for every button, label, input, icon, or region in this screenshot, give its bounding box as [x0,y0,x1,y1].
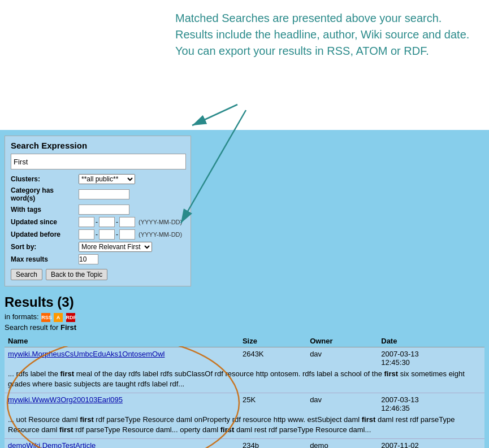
annotation-text: Matched Searches are presented above you… [175,10,475,59]
snippet-text-1: ... rdfs label the first meal of the day… [8,369,465,388]
snippet-row-1: ... rdfs label the first meal of the day… [5,369,484,393]
rss-icon: RSS [41,313,50,322]
search-button[interactable]: Search [11,269,42,280]
result-link-cell-3: demoWiki.DemoTestArticle [5,439,239,448]
result-date-2: 2007-03-1312:46:35 [378,393,484,415]
results-table: Name Size Owner Date mywiki.MorpheusCsUm… [5,335,484,448]
col-owner: Owner [306,335,378,347]
col-name: Name [5,335,126,347]
annotation-area: Matched Searches are presented above you… [0,0,489,130]
clusters-select[interactable]: **all public** [79,174,135,184]
results-section: Results (3) in formats: RSS A RDF Search… [5,294,484,448]
search-term: First [60,323,76,332]
result-date-3: 2007-11-0211:27:08 [378,439,484,448]
formats-line: in formats: RSS A RDF [5,312,484,322]
result-size-1: 2643K [239,347,306,369]
table-row: mywiki.WwwW3Org200103Earl095 25K dav 200… [5,393,484,415]
snippet-cell-1: ... rdfs label the first meal of the day… [5,369,484,393]
max-results-label: Max results [11,255,79,263]
col-date: Date [378,335,484,347]
with-tags-label: With tags [11,206,79,214]
max-results-row: Max results [11,254,185,264]
result-date-1: 2007-03-1312:45:30 [378,347,484,369]
category-input[interactable] [79,189,129,199]
category-label: Category has word(s) [11,186,79,202]
updated-since-label: Updated since [11,218,79,226]
annotation-content: Matched Searches are presented above you… [175,12,469,57]
atom-icon: A [54,313,63,322]
sort-select[interactable]: More Relevant First [79,242,152,252]
updated-before-m[interactable] [99,229,115,240]
updated-before-date: - - (YYYY-MM-DD) [79,229,182,240]
updated-since-y[interactable] [79,217,94,227]
snippet-text-2: ... uot Resource daml first rdf parseTyp… [8,415,455,434]
svg-line-1 [192,105,237,125]
updated-since-row: Updated since - - (YYYY-MM-DD) [11,217,185,227]
search-expression-input[interactable] [11,154,186,169]
button-row: Search Back to the Topic [11,269,185,280]
max-results-input[interactable] [79,254,98,264]
updated-since-date: - - (YYYY-MM-DD) [79,217,182,227]
updated-before-hint: (YYYY-MM-DD) [139,231,182,238]
search-expression-title: Search Expression [11,141,185,150]
result-link-1[interactable]: mywiki.MorpheusCsUmbcEduAks1OntosemOwl [8,350,165,358]
updated-before-d[interactable] [119,229,135,240]
updated-since-m[interactable] [99,217,115,227]
formats-label: in formats: [5,312,39,321]
updated-before-y[interactable] [79,229,94,240]
with-tags-input[interactable] [79,205,129,215]
back-to-topic-button[interactable]: Back to the Topic [46,269,107,280]
search-expression-box: Search Expression Clusters: **all public… [5,136,191,286]
updated-since-d[interactable] [119,217,135,227]
snippet-row-2: ... uot Resource daml first rdf parseTyp… [5,415,484,439]
result-link-3[interactable]: demoWiki.DemoTestArticle [8,441,96,448]
category-row: Category has word(s) [11,186,185,202]
with-tags-row: With tags [11,205,185,215]
updated-since-hint: (YYYY-MM-DD) [139,219,182,225]
clusters-row: Clusters: **all public** [11,174,185,184]
result-size-3: 234b [239,439,306,448]
main-content: Search Expression Clusters: **all public… [0,130,489,448]
col-size: Size [239,335,306,347]
search-result-for-line: Search result for First [5,323,484,332]
table-row: demoWiki.DemoTestArticle 234b demo 2007-… [5,439,484,448]
col-spacer [126,335,239,347]
result-size-2: 25K [239,393,306,415]
result-link-cell: mywiki.MorpheusCsUmbcEduAks1OntosemOwl [5,347,239,369]
updated-before-row: Updated before - - (YYYY-MM-DD) [11,229,185,240]
result-owner-1: dav [306,347,378,369]
snippet-cell-2: ... uot Resource daml first rdf parseTyp… [5,415,484,439]
clusters-label: Clusters: [11,175,79,183]
results-table-container: Name Size Owner Date mywiki.MorpheusCsUm… [5,335,484,448]
updated-before-label: Updated before [11,230,79,238]
sort-row: Sort by: More Relevant First [11,242,185,252]
result-owner-3: demo [306,439,378,448]
search-result-for-label: Search result for [5,323,58,332]
rdf-icon: RDF [66,313,75,322]
result-link-cell-2: mywiki.WwwW3Org200103Earl095 [5,393,239,415]
sort-label: Sort by: [11,243,79,251]
result-link-2[interactable]: mywiki.WwwW3Org200103Earl095 [8,395,123,404]
results-title: Results (3) [5,294,484,310]
table-row: mywiki.MorpheusCsUmbcEduAks1OntosemOwl 2… [5,347,484,369]
table-header-row: Name Size Owner Date [5,335,484,347]
result-owner-2: dav [306,393,378,415]
